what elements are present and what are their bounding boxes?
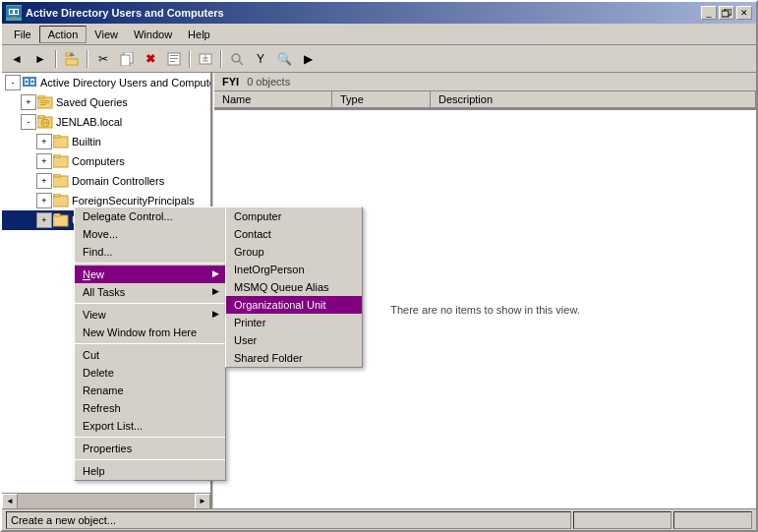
tree-item-builtin[interactable]: + Builtin [2,132,210,151]
ctx-properties[interactable]: Properties [75,440,225,457]
ctx-new-window[interactable]: New Window from Here [75,324,225,341]
svg-rect-25 [38,95,44,98]
rp-title: FYI [222,76,239,88]
svg-rect-35 [53,156,68,167]
svg-rect-11 [121,55,130,66]
svg-rect-28 [40,104,46,105]
ctx-move[interactable]: Move... [75,225,225,243]
filter-button[interactable]: Y [250,48,271,70]
ctx-delete[interactable]: Delete [75,364,225,382]
title-bar: Active Directory Users and Computers _ ✕ [2,2,756,24]
toolbar: ◄ ► ✂ ✖ [2,45,756,73]
svg-rect-37 [53,176,68,187]
sub-inetorgperson[interactable]: InetOrgPerson [226,261,362,278]
find-button[interactable] [226,48,248,70]
saved-queries-expander[interactable]: + [21,94,36,110]
tree-root[interactable]: - Active Directory Users and Computer [2,73,210,92]
users-expander[interactable]: + [36,212,52,228]
svg-rect-8 [66,59,78,65]
menu-action[interactable]: Action [39,26,87,43]
sub-ou[interactable]: Organizational Unit [226,296,362,314]
ctx-cut[interactable]: Cut [75,346,225,364]
restore-button[interactable] [719,6,734,20]
svg-rect-41 [53,215,68,226]
svg-line-18 [239,61,243,65]
up-button[interactable] [61,48,83,70]
svg-rect-13 [170,55,178,56]
ctx-export-list[interactable]: Export List... [75,417,225,435]
svg-rect-15 [170,61,175,62]
copy-button[interactable] [116,48,138,70]
sub-shared-folder[interactable]: Shared Folder [226,349,362,367]
close-button[interactable]: ✕ [736,6,752,20]
svg-rect-3 [15,10,18,14]
menu-window[interactable]: Window [126,27,180,42]
svg-rect-27 [40,102,49,103]
run-button[interactable]: ▶ [297,48,319,70]
ctx-find[interactable]: Find... [75,243,225,261]
ctx-delegate-control[interactable]: Delegate Control... [75,207,225,225]
column-headers: Name Type Description [214,91,756,110]
export-button[interactable] [195,48,216,70]
computers-expander[interactable]: + [36,153,52,169]
ctx-help[interactable]: Help [75,462,225,480]
col-desc-header[interactable]: Description [431,91,756,109]
forward-button[interactable]: ► [29,48,51,70]
ctx-view[interactable]: View [75,306,225,324]
sub-computer[interactable]: Computer [226,207,362,225]
svg-point-22 [26,81,29,84]
dc-expander[interactable]: + [36,173,52,189]
svg-rect-4 [12,17,16,19]
ctx-new[interactable]: New [75,266,225,283]
tree-root-label: Active Directory Users and Computer [40,77,211,89]
ctx-sep1 [75,263,225,264]
col-name-header[interactable]: Name [214,91,332,109]
sub-msmq[interactable]: MSMQ Queue Alias [226,278,362,296]
root-expander[interactable]: - [5,75,21,90]
svg-rect-2 [10,10,13,14]
ctx-rename[interactable]: Rename [75,382,225,399]
ctx-all-tasks[interactable]: All Tasks [75,283,225,301]
scroll-left[interactable]: ◄ [2,494,18,509]
zoom-button[interactable]: 🔍 [273,48,295,70]
col-type-header[interactable]: Type [332,91,431,109]
fsp-label: ForeignSecurityPrincipals [72,195,195,207]
menu-bar: File Action View Window Help [2,24,756,45]
svg-rect-39 [53,196,68,207]
app-icon [6,5,22,21]
scroll-right[interactable]: ► [195,494,210,509]
saved-queries-label: Saved Queries [56,96,128,108]
domain-expander[interactable]: - [21,114,36,130]
rp-count: 0 objects [247,76,290,88]
delete-button[interactable]: ✖ [140,48,161,70]
menu-file[interactable]: File [6,27,39,42]
sub-printer[interactable]: Printer [226,314,362,331]
back-button[interactable]: ◄ [6,48,28,70]
sub-group[interactable]: Group [226,243,362,261]
tree-item-domain-controllers[interactable]: + Domain Controllers [2,171,210,191]
computers-label: Computers [72,155,125,167]
cut-button[interactable]: ✂ [92,48,114,70]
tree-item-saved-queries[interactable]: + Saved Queries [2,92,210,112]
svg-rect-26 [40,100,49,101]
submenu-new: Computer Contact Group InetOrgPerson MSM… [225,207,363,368]
ctx-refresh[interactable]: Refresh [75,399,225,417]
menu-help[interactable]: Help [180,27,218,42]
tree-item-computers[interactable]: + Computers [2,151,210,171]
minimize-button[interactable]: _ [701,6,717,20]
scroll-track[interactable] [18,494,195,508]
sub-user[interactable]: User [226,331,362,349]
dc-label: Domain Controllers [72,175,164,187]
sub-contact[interactable]: Contact [226,225,362,243]
svg-rect-14 [170,58,178,59]
tree-item-domain[interactable]: - JENLAB.local [2,112,210,132]
builtin-expander[interactable]: + [36,134,52,149]
ctx-sep2 [75,303,225,304]
svg-rect-36 [54,154,60,157]
horizontal-scrollbar[interactable]: ◄ ► [2,493,210,508]
menu-view[interactable]: View [87,27,126,42]
svg-rect-5 [10,19,18,20]
properties-button[interactable] [163,48,185,70]
fsp-expander[interactable]: + [36,193,52,208]
svg-rect-34 [54,135,60,138]
